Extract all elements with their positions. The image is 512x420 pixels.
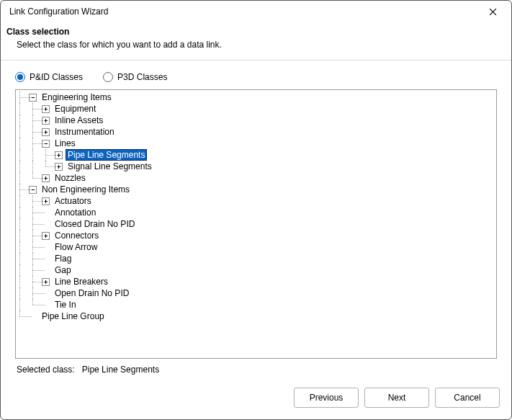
tree-label: Annotation [53,207,98,218]
tree-node-tie-in[interactable]: Tie In [16,299,496,310]
tree-label: Flow Arrow [53,241,99,253]
class-tree-scroll[interactable]: Engineering Items Equipment Inline Asset… [16,90,496,358]
tree-node-closed-drain-no-pid[interactable]: Closed Drain No PID [16,218,496,230]
wizard-header: Class selection Select the class for whi… [1,22,511,61]
tree-label: Actuators [53,195,94,207]
tree-node-pipe-line-segments[interactable]: Pipe Line Segments [16,149,496,161]
tree-label: Equipment [53,103,98,115]
tree-node-equipment[interactable]: Equipment [16,103,496,115]
tree-node-annotation[interactable]: Annotation [16,207,496,218]
radio-label: P&ID Classes [30,72,83,82]
tree-node-connectors[interactable]: Connectors [16,230,496,241]
tree-node-actuators[interactable]: Actuators [16,195,496,207]
tree-label: Open Drain No PID [53,287,131,299]
window-title: Link Configuration Wizard [9,6,108,17]
tree-label: Instrumentation [53,126,117,138]
tree-label: Signal Line Segments [66,161,154,172]
tree-node-flag[interactable]: Flag [16,253,496,264]
selected-class-line: Selected class: Pipe Line Segments [15,359,497,375]
tree-label: Line Breakers [53,276,110,287]
class-type-radios: P&ID Classes P3D Classes [15,68,497,89]
wizard-footer: Previous Next Cancel [1,379,511,419]
tree-node-engineering-items[interactable]: Engineering Items [16,91,496,103]
radio-bullet-icon [15,72,25,82]
cancel-button[interactable]: Cancel [435,388,500,408]
tree-node-line-breakers[interactable]: Line Breakers [16,276,496,287]
tree-node-open-drain-no-pid[interactable]: Open Drain No PID [16,287,496,299]
radio-pid-classes[interactable]: P&ID Classes [15,72,83,82]
tree-label: Engineering Items [40,91,114,103]
tree-label: Connectors [53,230,101,241]
tree-label: Non Engineering Items [40,184,132,195]
tree-node-gap[interactable]: Gap [16,264,496,276]
tree-node-signal-line-segments[interactable]: Signal Line Segments [16,161,496,172]
radio-bullet-icon [103,72,113,82]
radio-p3d-classes[interactable]: P3D Classes [103,72,167,82]
selected-class-value: Pipe Line Segments [82,365,159,375]
tree-label: Nozzles [53,172,88,184]
tree-node-inline-assets[interactable]: Inline Assets [16,115,496,126]
tree-node-lines[interactable]: Lines [16,138,496,149]
tree-label: Lines [53,138,78,149]
tree-label: Inline Assets [53,115,105,126]
tree-label: Tie In [53,299,78,310]
tree-node-pipe-line-group[interactable]: Pipe Line Group [16,310,496,322]
tree-label: Pipe Line Segments [66,149,147,161]
page-subtitle: Select the class for which you want to a… [6,40,506,50]
class-tree: Engineering Items Equipment Inline Asset… [15,89,497,359]
radio-label: P3D Classes [117,72,167,82]
close-button[interactable] [480,3,506,20]
tree-node-nozzles[interactable]: Nozzles [16,172,496,184]
tree-node-instrumentation[interactable]: Instrumentation [16,126,496,138]
tree-node-non-engineering-items[interactable]: Non Engineering Items [16,184,496,195]
tree-label: Gap [53,264,73,276]
tree-node-flow-arrow[interactable]: Flow Arrow [16,241,496,253]
page-title: Class selection [6,27,506,37]
previous-button[interactable]: Previous [294,388,359,408]
tree-label: Pipe Line Group [40,310,107,322]
close-icon [489,8,497,16]
tree-label: Closed Drain No PID [53,218,137,230]
selected-class-label: Selected class: [17,365,75,375]
titlebar: Link Configuration Wizard [1,1,511,22]
next-button[interactable]: Next [364,388,429,408]
content-area: P&ID Classes P3D Classes Engineering Ite… [1,61,511,379]
tree-label: Flag [53,253,73,264]
